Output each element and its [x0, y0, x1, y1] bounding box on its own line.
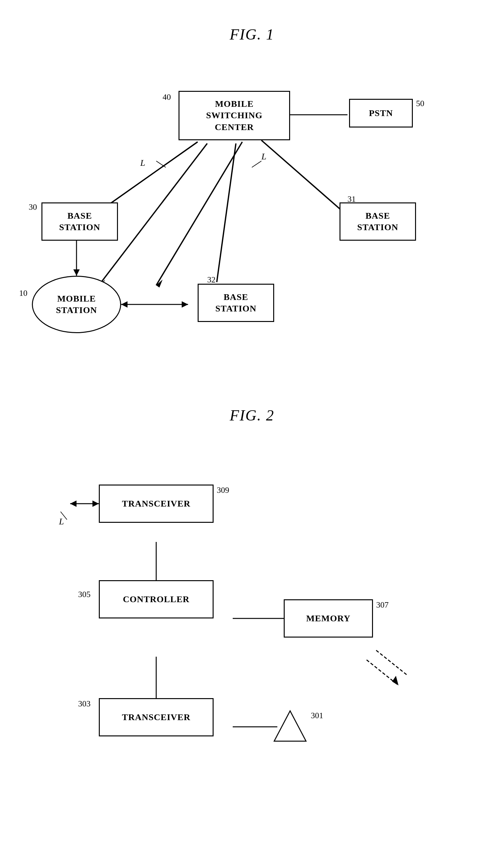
fig1-container: MOBILESWITCHINGCENTER 40 PSTN 50 BASESTA… — [0, 53, 504, 403]
transceiver303-box: TRANSCEIVER — [99, 698, 214, 736]
ms-label: MOBILESTATION — [56, 293, 97, 316]
l-label-left: L — [140, 158, 145, 168]
pstn-box: PSTN — [349, 99, 413, 127]
pstn-label: PSTN — [369, 107, 393, 119]
msc-box: MOBILESWITCHINGCENTER — [179, 91, 290, 140]
controller-ref: 305 — [78, 590, 91, 599]
transceiver303-ref: 303 — [78, 699, 91, 709]
fig2-container: TRANSCEIVER 309 CONTROLLER 305 MEMORY 30… — [0, 443, 504, 847]
transceiver303-label: TRANSCEIVER — [122, 711, 191, 723]
msc-label: MOBILESWITCHINGCENTER — [206, 98, 263, 133]
transceiver309-ref: 309 — [217, 486, 229, 495]
svg-line-16 — [156, 161, 166, 167]
ms-ellipse: MOBILESTATION — [32, 276, 121, 333]
bs32-label: BASESTATION — [216, 291, 257, 314]
antenna-triangle-svg — [273, 709, 308, 744]
bs30-box: BASESTATION — [41, 202, 118, 241]
msc-ref: 40 — [163, 92, 171, 102]
ms-ref: 10 — [19, 288, 28, 298]
antenna-ref: 301 — [311, 711, 323, 720]
bs32-ref: 32 — [207, 275, 216, 285]
controller-label: CONTROLLER — [123, 594, 190, 605]
svg-line-3 — [262, 140, 351, 218]
svg-marker-20 — [92, 501, 99, 507]
l-label-right: L — [262, 151, 267, 162]
svg-marker-11 — [73, 269, 80, 276]
svg-line-8 — [156, 142, 242, 285]
bs32-box: BASESTATION — [198, 284, 274, 322]
controller-box: CONTROLLER — [99, 580, 214, 618]
svg-marker-14 — [182, 301, 188, 308]
transceiver309-label: TRANSCEIVER — [122, 498, 191, 509]
svg-marker-27 — [392, 676, 398, 685]
fig2-l-label: L — [59, 517, 64, 527]
pstn-ref: 50 — [416, 99, 424, 108]
bs31-ref: 31 — [347, 195, 356, 204]
fig2-title-wrapper: FIG. 2 — [0, 403, 504, 434]
page: FIG. 1 — [0, 0, 504, 847]
memory-label: MEMORY — [306, 613, 351, 624]
fig1-title: FIG. 1 — [0, 25, 504, 43]
svg-line-26 — [376, 650, 408, 676]
svg-line-25 — [366, 660, 398, 685]
bs31-label: BASESTATION — [357, 210, 398, 233]
svg-marker-15 — [121, 301, 127, 308]
fig2-svg — [0, 443, 504, 847]
fig2-title: FIG. 2 — [0, 407, 504, 424]
svg-marker-29 — [274, 711, 306, 741]
svg-marker-19 — [70, 501, 76, 507]
bs31-box: BASESTATION — [340, 202, 416, 241]
memory-box: MEMORY — [284, 599, 373, 637]
svg-line-7 — [217, 143, 236, 282]
bs30-ref: 30 — [29, 202, 37, 212]
fig1-title-wrapper: FIG. 1 — [0, 13, 504, 53]
svg-marker-9 — [156, 280, 163, 288]
memory-ref: 307 — [376, 600, 389, 610]
transceiver309-box: TRANSCEIVER — [99, 485, 214, 523]
svg-line-17 — [252, 161, 262, 167]
bs30-label: BASESTATION — [59, 210, 101, 233]
